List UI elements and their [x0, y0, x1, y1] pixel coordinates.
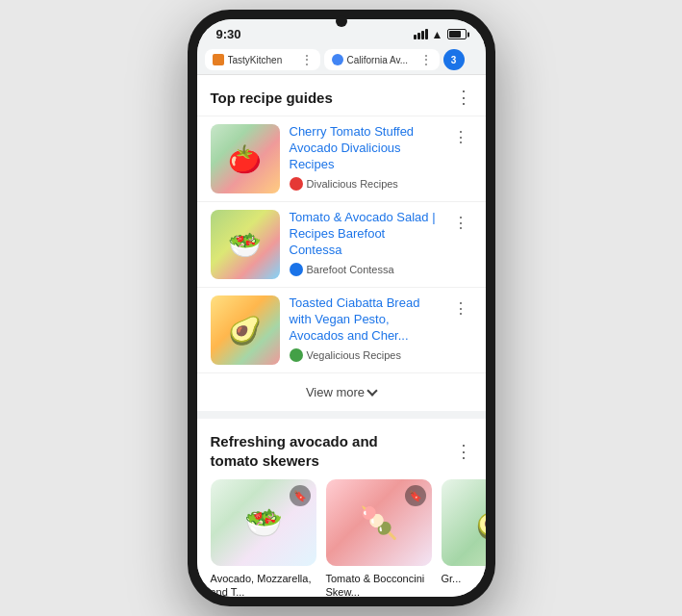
- recipe-item-2-menu[interactable]: ⋮: [449, 210, 472, 236]
- status-time: 9:30: [216, 27, 241, 41]
- skewer-card-2-title: Tomato & Bocconcini Skew...: [326, 572, 432, 597]
- recipe-info-3: Toasted Ciabatta Bread with Vegan Pesto,…: [290, 295, 440, 362]
- skewers-header: Refreshing avocado andtomato skewers ⋮: [197, 419, 486, 479]
- source-favicon-1: [290, 177, 303, 191]
- source-name-3: Vegalicious Recipes: [307, 349, 401, 361]
- skewer-card-1-title: Avocado, Mozzarella, and T...: [211, 572, 316, 597]
- skewers-title: Refreshing avocado andtomato skewers: [211, 432, 378, 470]
- recipe-info-1: Cherry Tomato Stuffed Avocado Divaliciou…: [290, 124, 440, 191]
- tab-1-menu[interactable]: ⋮: [301, 53, 313, 66]
- recipe-guides-menu[interactable]: ⋮: [455, 89, 472, 106]
- camera-notch: [336, 15, 347, 27]
- chevron-down-icon: [366, 385, 377, 396]
- skewers-menu[interactable]: ⋮: [455, 443, 472, 460]
- phone-screen: 9:30 ▲ TastyKitchen ⋮: [197, 19, 486, 597]
- skewer-card-2-img: 🔖: [326, 479, 432, 566]
- recipe-item-3-menu[interactable]: ⋮: [449, 295, 472, 321]
- recipe-title-2[interactable]: Tomato & Avocado Salad | Recipes Barefoo…: [290, 210, 440, 259]
- browser-tabs-bar: TastyKitchen ⋮ California Av... ⋮ 3: [197, 45, 486, 75]
- view-more-label: View more: [306, 385, 365, 399]
- source-favicon-3: [290, 348, 303, 362]
- recipe-guides-header: Top recipe guides ⋮: [197, 75, 486, 116]
- recipe-thumbnail-3: [211, 295, 280, 365]
- active-tab-count[interactable]: 3: [443, 49, 465, 70]
- tab-2-menu[interactable]: ⋮: [420, 53, 432, 66]
- tab-2-favicon: [332, 54, 343, 65]
- skewer-card-1-img: 🔖: [211, 479, 316, 566]
- recipe-thumbnail-1: [211, 124, 280, 193]
- tab-1-title: TastyKitchen: [228, 55, 297, 65]
- source-name-2: Barefoot Contessa: [307, 264, 394, 275]
- recipe-item-1-menu[interactable]: ⋮: [449, 124, 472, 150]
- tab-1-favicon: [213, 54, 224, 65]
- skewers-section: Refreshing avocado andtomato skewers ⋮ 🔖…: [197, 419, 486, 597]
- recipe-item-3[interactable]: Toasted Ciabatta Bread with Vegan Pesto,…: [197, 287, 486, 372]
- recipe-guides-title: Top recipe guides: [211, 90, 333, 106]
- bookmark-icon-1[interactable]: 🔖: [290, 485, 311, 506]
- browser-tab-2[interactable]: California Av... ⋮: [324, 49, 440, 70]
- skewer-card-2[interactable]: 🔖 Tomato & Bocconcini Skew...: [326, 479, 432, 597]
- source-name-1: Divalicious Recipes: [307, 178, 398, 190]
- bookmark-icon-2[interactable]: 🔖: [405, 485, 426, 506]
- recipe-info-2: Tomato & Avocado Salad | Recipes Barefoo…: [290, 210, 440, 276]
- skewer-card-3-img: 🔖: [442, 479, 486, 566]
- skewers-scroll: 🔖 Avocado, Mozzarella, and T... 🔖 Tomato…: [197, 479, 486, 597]
- recipe-source-2: Barefoot Contessa: [290, 263, 440, 276]
- skewer-card-3[interactable]: 🔖 Gr...: [442, 479, 486, 597]
- recipe-source-1: Divalicious Recipes: [290, 177, 440, 191]
- browser-tab-1[interactable]: TastyKitchen ⋮: [205, 49, 320, 70]
- battery-icon: [447, 29, 467, 39]
- view-more-button[interactable]: View more: [197, 372, 486, 411]
- recipe-thumbnail-2: [211, 210, 280, 279]
- wifi-icon: ▲: [432, 28, 443, 41]
- skewer-card-1[interactable]: 🔖 Avocado, Mozzarella, and T...: [211, 479, 316, 597]
- tab-2-title: California Av...: [347, 55, 417, 65]
- recipe-title-1[interactable]: Cherry Tomato Stuffed Avocado Divaliciou…: [290, 124, 440, 173]
- source-favicon-2: [290, 263, 303, 276]
- recipe-source-3: Vegalicious Recipes: [290, 348, 440, 362]
- signal-icon: [414, 29, 428, 39]
- skewer-card-3-title: Gr...: [442, 572, 486, 585]
- recipe-item-1[interactable]: Cherry Tomato Stuffed Avocado Divaliciou…: [197, 116, 486, 201]
- main-content: Top recipe guides ⋮ Cherry Tomato Stuffe…: [197, 75, 486, 597]
- phone-frame: 9:30 ▲ TastyKitchen ⋮: [188, 10, 495, 606]
- status-icons: ▲: [414, 28, 467, 41]
- recipe-item-2[interactable]: Tomato & Avocado Salad | Recipes Barefoo…: [197, 201, 486, 287]
- recipe-title-3[interactable]: Toasted Ciabatta Bread with Vegan Pesto,…: [290, 295, 440, 345]
- recipe-guides-section: Top recipe guides ⋮ Cherry Tomato Stuffe…: [197, 75, 486, 411]
